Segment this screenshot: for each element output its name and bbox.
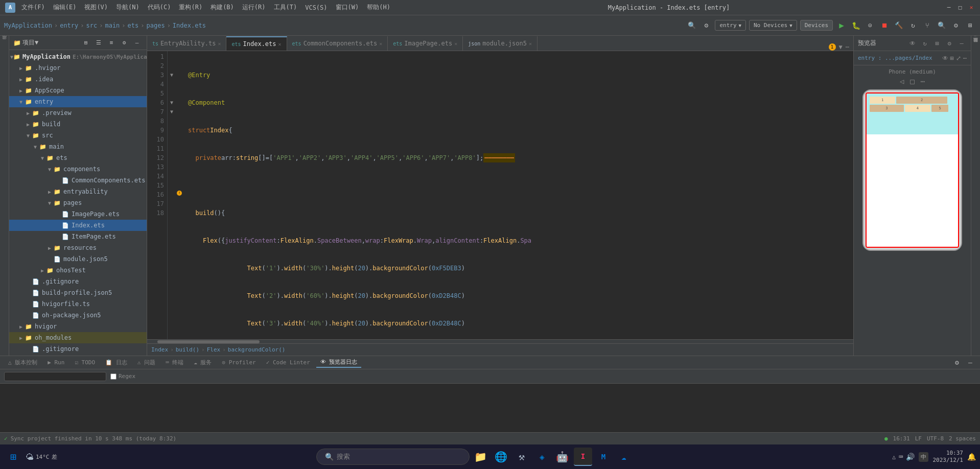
- bottom-tab-services[interactable]: ☁ 服务: [190, 358, 216, 367]
- tab-index[interactable]: ets Index.ets ✕: [226, 36, 287, 51]
- bottom-tab-terminal[interactable]: ⌨ 终端: [161, 358, 188, 367]
- bottom-tab-codelinter[interactable]: ✓ Code Linter: [262, 358, 314, 367]
- menu-item-run[interactable]: 运行(R): [240, 2, 268, 13]
- bc-index[interactable]: Index: [151, 346, 168, 353]
- menu-item-code[interactable]: 代码(C): [146, 2, 173, 13]
- tab-imagepage-close[interactable]: ✕: [454, 41, 457, 46]
- menu-item-refactor[interactable]: 重构(R): [177, 2, 204, 13]
- preview-rotate-icon[interactable]: ↻: [920, 38, 930, 49]
- breadcrumb-indexets[interactable]: Index.ets: [173, 22, 206, 29]
- fold-icon-7[interactable]: ▼: [168, 107, 176, 116]
- debug-button[interactable]: 🐛: [850, 20, 861, 31]
- taskbar-app-explorer[interactable]: 📁: [472, 448, 490, 466]
- tree-item-hvigor2[interactable]: ▶ 📁 hvigor: [9, 321, 147, 332]
- bc-flex[interactable]: Flex: [207, 346, 221, 353]
- sync-button[interactable]: ↻: [907, 20, 919, 31]
- breadcrumb-src[interactable]: src: [86, 22, 98, 29]
- preview-eye-icon[interactable]: 👁: [907, 38, 918, 49]
- bottom-tab-vcs[interactable]: △ 版本控制: [4, 358, 41, 367]
- bottom-minimize-icon[interactable]: –: [965, 357, 976, 368]
- tab-entryability[interactable]: ts EntryAbility.ts ✕: [147, 36, 226, 51]
- tree-item-ohostest[interactable]: ▶ 📁 ohosTest: [9, 265, 147, 276]
- tab-index-close[interactable]: ✕: [278, 41, 282, 47]
- tree-item-src[interactable]: ▼ 📁 src: [9, 130, 147, 141]
- preview-nav-more-icon[interactable]: ⋯: [963, 55, 967, 62]
- menu-item-file[interactable]: 文件(F): [19, 2, 47, 13]
- tree-item-preview[interactable]: ▶ 📁 .preview: [9, 107, 147, 119]
- taskbar-app-idea[interactable]: I: [574, 448, 592, 466]
- tree-item-build[interactable]: ▶ 📁 build: [9, 119, 147, 130]
- tree-item-hvigor[interactable]: ▶ 📁 .hvigor: [9, 62, 147, 74]
- tab-entryability-close[interactable]: ✕: [218, 41, 221, 46]
- tree-item-main[interactable]: ▼ 📁 main: [9, 141, 147, 152]
- bottom-tab-todo[interactable]: ☑ TODO: [71, 358, 99, 367]
- tree-item-modulejson[interactable]: 📄 module.json5: [9, 253, 147, 265]
- bottom-tab-profiler[interactable]: ⊙ Profiler: [218, 358, 260, 367]
- breadcrumb-ets[interactable]: ets: [128, 22, 139, 29]
- tree-item-ohpackage[interactable]: 📄 oh-package.json5: [9, 310, 147, 321]
- tree-item-itempage[interactable]: 📄 ItemPage.ets: [9, 231, 147, 242]
- status-line-col[interactable]: 16:31: [893, 435, 910, 442]
- tree-list-icon[interactable]: ☰: [93, 37, 104, 49]
- toolbar-search-icon[interactable]: 🔍: [936, 20, 947, 31]
- device-more-options-icon[interactable]: ⋯: [921, 77, 925, 85]
- bc-build[interactable]: build(): [176, 346, 199, 353]
- tab-modulejson[interactable]: json module.json5 ✕: [463, 36, 538, 51]
- taskbar-app-onedrive[interactable]: ☁: [615, 448, 633, 466]
- project-label[interactable]: 📁 项目▼: [13, 38, 38, 47]
- breadcrumb-myapp[interactable]: MyApplication: [4, 22, 52, 29]
- taskbar-app-outlook[interactable]: M: [594, 448, 613, 466]
- preview-nav-expand-icon[interactable]: ⤢: [956, 55, 961, 62]
- taskbar-app-vscode[interactable]: ◈: [533, 448, 551, 466]
- bottom-tab-previewlog[interactable]: 👁 预览器日志: [316, 357, 362, 368]
- preview-nav-grid-icon[interactable]: ⊞: [950, 55, 954, 62]
- tree-item-ets[interactable]: ▼ 📁 ets: [9, 152, 147, 163]
- tab-modulejson-close[interactable]: ✕: [529, 41, 532, 46]
- tree-filter-icon[interactable]: ≡: [106, 37, 117, 49]
- preview-more-icon[interactable]: –: [956, 38, 967, 49]
- tree-item-imagepage[interactable]: 📄 ImagePage.ets: [9, 208, 147, 220]
- menu-item-view[interactable]: 视图(V): [82, 2, 110, 13]
- status-indent[interactable]: 2 spaces: [949, 435, 976, 442]
- taskbar-app-devtools[interactable]: ⚒: [512, 448, 531, 466]
- breadcrumb-main[interactable]: main: [105, 22, 120, 29]
- bc-backgroundcolor[interactable]: backgroundColor(): [228, 346, 286, 353]
- devices-button[interactable]: Devices: [800, 20, 833, 31]
- tab-commoncomponents[interactable]: ets CommonComponents.ets ✕: [287, 36, 388, 51]
- close-button[interactable]: ✕: [968, 4, 975, 11]
- taskbar-app-edge[interactable]: 🌐: [492, 448, 510, 466]
- tree-item-hvigorfile[interactable]: 📄 hvigorfile.ts: [9, 298, 147, 310]
- tree-settings-icon[interactable]: ⚙: [119, 37, 130, 49]
- clock-widget[interactable]: 10:37 2023/12/1: [932, 450, 963, 464]
- settings-icon[interactable]: ⚙: [701, 20, 712, 31]
- taskbar-app-android[interactable]: 🤖: [553, 448, 572, 466]
- keyboard-icon[interactable]: ⌨: [899, 453, 903, 461]
- layout-icon[interactable]: ⊞: [965, 20, 976, 31]
- menu-item-nav[interactable]: 导航(N): [114, 2, 142, 13]
- maximize-button[interactable]: □: [956, 4, 964, 11]
- tree-item-entryability[interactable]: ▶ 📁 entryability: [9, 186, 147, 197]
- search-everywhere-icon[interactable]: 🔍: [686, 20, 697, 31]
- preview-nav-eye-icon[interactable]: 👁: [942, 55, 948, 62]
- tree-item-commoncomponents[interactable]: 📄 CommonComponents.ets: [9, 175, 147, 186]
- run-button[interactable]: ▶: [836, 20, 847, 31]
- regex-checkbox[interactable]: [110, 373, 116, 380]
- toolbar-settings-icon[interactable]: ⚙: [950, 20, 962, 31]
- horizontal-scrollbar[interactable]: [147, 339, 853, 343]
- weather-widget[interactable]: 🌤 14°C 差: [26, 452, 57, 462]
- tree-item-indexets[interactable]: 📄 Index.ets: [9, 220, 147, 231]
- build-button[interactable]: 🔨: [893, 20, 904, 31]
- tree-item-gitignore[interactable]: 📄 .gitignore: [9, 276, 147, 287]
- entry-config-dropdown[interactable]: entry ▼: [715, 20, 746, 31]
- device-home-icon[interactable]: □: [910, 77, 914, 85]
- bottom-settings-icon[interactable]: ⚙: [951, 357, 963, 368]
- breadcrumb-entry[interactable]: entry: [60, 22, 78, 29]
- profile-button[interactable]: ⊙: [865, 20, 876, 31]
- tree-collapse-icon[interactable]: –: [131, 37, 143, 49]
- bottom-tab-run[interactable]: ▶ Run: [43, 358, 68, 367]
- fold-icon-6[interactable]: ▼: [168, 98, 176, 107]
- preview-layout-icon[interactable]: ⊞: [932, 38, 942, 49]
- tree-item-resources[interactable]: ▶ 📁 resources: [9, 242, 147, 253]
- tree-layout-icon[interactable]: ⊞: [80, 37, 91, 49]
- show-hidden-icons[interactable]: △: [892, 454, 896, 460]
